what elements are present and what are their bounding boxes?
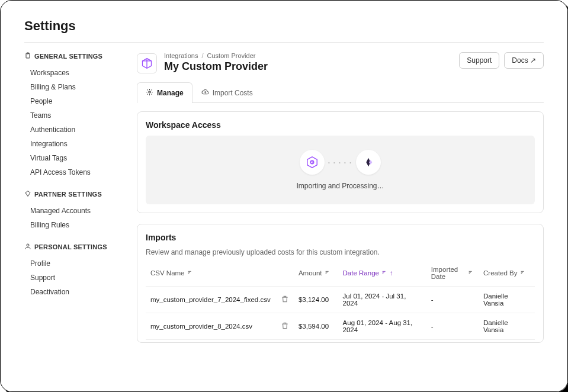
- workspace-status-box: $ • • • • • Importing and Processing…: [146, 136, 535, 204]
- provider-title: My Custom Provider: [164, 60, 452, 73]
- sidebar-item-people[interactable]: People: [24, 94, 119, 108]
- tab-label: Manage: [157, 89, 184, 97]
- delete-import-button[interactable]: [281, 322, 289, 331]
- col-header-created-by[interactable]: Created By: [479, 260, 535, 287]
- sidebar-header-partner: PARTNER SETTINGS: [24, 190, 119, 198]
- sort-asc-icon: ↑: [390, 269, 393, 277]
- col-header-imported-date[interactable]: Imported Date: [426, 260, 479, 287]
- col-label: CSV Name: [150, 269, 185, 277]
- csv-name-cell: my_custom_provider_8_2024.csv: [150, 323, 252, 330]
- sort-icon: [187, 269, 193, 277]
- page-title: Settings: [24, 18, 544, 34]
- date-range-cell: Jul 01, 2024 - Jul 31, 2024: [338, 287, 426, 313]
- col-label: Imported Date: [431, 266, 466, 280]
- processing-status-text: Importing and Processing…: [152, 182, 529, 190]
- col-header-date-range[interactable]: Date Range↑: [338, 260, 426, 287]
- sidebar-item-billing-rules[interactable]: Billing Rules: [24, 218, 119, 232]
- imported-date-cell: -: [426, 313, 479, 340]
- breadcrumb: Integrations / Custom Provider: [164, 52, 452, 59]
- breadcrumb-separator: /: [201, 52, 203, 59]
- amount-cell: $3,594.00: [294, 313, 338, 340]
- sort-icon: [325, 269, 330, 277]
- sidebar-item-managed-accounts[interactable]: Managed Accounts: [24, 204, 119, 218]
- svg-point-2: [27, 244, 29, 246]
- col-header-amount[interactable]: Amount: [294, 260, 338, 287]
- col-label: Amount: [299, 269, 322, 277]
- tab-import-costs[interactable]: Import Costs: [192, 82, 262, 103]
- sidebar-header-label: GENERAL SETTINGS: [34, 53, 102, 60]
- divider: [24, 42, 544, 43]
- delete-import-button[interactable]: [281, 295, 289, 304]
- docs-button[interactable]: Docs ↗: [504, 52, 544, 69]
- sidebar-item-api-tokens[interactable]: API Access Tokens: [24, 165, 119, 179]
- source-icon: $: [300, 150, 325, 175]
- sidebar-item-profile[interactable]: Profile: [24, 256, 119, 271]
- destination-icon: [356, 150, 381, 175]
- user-icon: [24, 243, 31, 251]
- clipboard-icon: [24, 52, 31, 60]
- table-row: my_custom_provider_8_2024.csv $3,594.00 …: [146, 313, 535, 340]
- csv-name-cell: my_custom_provider_7_2024_fixed.csv: [150, 296, 271, 303]
- provider-icon: [137, 53, 157, 73]
- table-row: my_custom_provider_7_2024_fixed.csv $3,1…: [146, 287, 535, 313]
- settings-sidebar: GENERAL SETTINGS Workspaces Billing & Pl…: [24, 52, 119, 354]
- breadcrumb-root[interactable]: Integrations: [164, 52, 198, 59]
- diamond-icon: [24, 190, 31, 198]
- date-range-cell: Aug 01, 2024 - Aug 31, 2024: [338, 313, 426, 340]
- sidebar-header-personal: PERSONAL SETTINGS: [24, 243, 119, 251]
- sort-icon: [520, 269, 526, 277]
- imports-table: CSV Name Amount Date Range↑ Imported Dat…: [146, 260, 535, 340]
- created-by-cell: Danielle Vansia: [479, 287, 535, 313]
- tab-label: Import Costs: [213, 89, 253, 97]
- col-label: Date Range: [343, 269, 379, 277]
- sidebar-header-general: GENERAL SETTINGS: [24, 52, 119, 60]
- sidebar-item-deactivation[interactable]: Deactivation: [24, 285, 119, 299]
- support-button[interactable]: Support: [459, 52, 499, 69]
- sidebar-header-label: PERSONAL SETTINGS: [34, 243, 107, 250]
- sidebar-header-label: PARTNER SETTINGS: [34, 191, 102, 198]
- tabs: Manage Import Costs: [137, 82, 544, 103]
- sidebar-item-virtual-tags[interactable]: Virtual Tags: [24, 151, 119, 165]
- tab-manage[interactable]: Manage: [137, 82, 192, 103]
- sort-icon: [381, 269, 387, 277]
- workspace-access-panel: Workspace Access $ • • • • • Importing a…: [137, 111, 544, 213]
- sort-icon: [468, 269, 474, 277]
- sidebar-item-authentication[interactable]: Authentication: [24, 123, 119, 137]
- col-label: Created By: [483, 269, 518, 277]
- sidebar-item-teams[interactable]: Teams: [24, 108, 119, 123]
- imports-title: Imports: [146, 233, 535, 242]
- sidebar-item-workspaces[interactable]: Workspaces: [24, 66, 119, 80]
- created-by-cell: Danielle Vansia: [479, 313, 535, 340]
- gear-icon: [146, 88, 153, 98]
- workspace-access-title: Workspace Access: [146, 120, 535, 130]
- cloud-upload-icon: [201, 88, 209, 98]
- transfer-dots-icon: • • • • •: [328, 160, 352, 165]
- breadcrumb-leaf: Custom Provider: [207, 52, 256, 59]
- svg-text:$: $: [312, 160, 313, 164]
- imports-panel: Imports Review and manage previously upl…: [137, 224, 544, 343]
- col-header-csv-name[interactable]: CSV Name: [146, 260, 294, 287]
- svg-point-3: [149, 91, 150, 93]
- imports-subtitle: Review and manage previously uploaded co…: [146, 248, 535, 256]
- sidebar-item-support[interactable]: Support: [24, 271, 119, 285]
- sidebar-item-integrations[interactable]: Integrations: [24, 137, 119, 151]
- amount-cell: $3,124.00: [294, 287, 338, 313]
- imported-date-cell: -: [426, 287, 479, 313]
- sidebar-item-billing-plans[interactable]: Billing & Plans: [24, 80, 119, 94]
